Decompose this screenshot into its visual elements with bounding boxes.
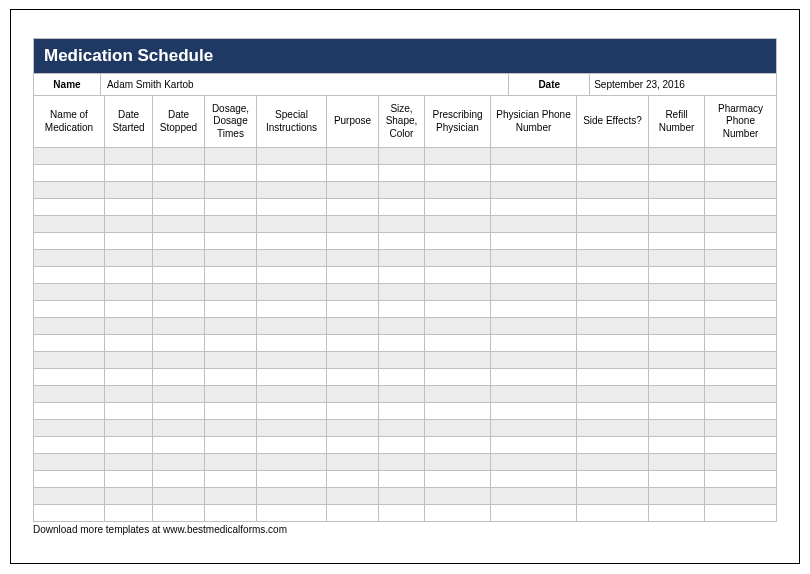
- table-cell: [705, 165, 777, 182]
- table-cell: [153, 437, 205, 454]
- table-cell: [205, 369, 257, 386]
- table-cell: [425, 182, 491, 199]
- table-row: [33, 403, 777, 420]
- table-cell: [491, 420, 577, 437]
- table-cell: [649, 233, 705, 250]
- table-cell: [379, 335, 425, 352]
- table-cell: [205, 250, 257, 267]
- table-cell: [33, 250, 105, 267]
- table-cell: [491, 233, 577, 250]
- table-cell: [257, 505, 327, 522]
- table-cell: [491, 454, 577, 471]
- table-cell: [153, 335, 205, 352]
- table-cell: [327, 182, 379, 199]
- table-cell: [491, 386, 577, 403]
- table-cell: [105, 488, 153, 505]
- table-cell: [33, 267, 105, 284]
- table-cell: [577, 199, 649, 216]
- table-cell: [205, 148, 257, 165]
- table-cell: [153, 267, 205, 284]
- table-cell: [257, 284, 327, 301]
- table-cell: [33, 216, 105, 233]
- table-row: [33, 386, 777, 403]
- table-cell: [205, 301, 257, 318]
- table-cell: [705, 335, 777, 352]
- table-cell: [491, 318, 577, 335]
- table-cell: [327, 454, 379, 471]
- table-cell: [257, 335, 327, 352]
- table-cell: [379, 369, 425, 386]
- table-cell: [257, 488, 327, 505]
- table-row: [33, 369, 777, 386]
- table-cell: [205, 420, 257, 437]
- table-cell: [491, 250, 577, 267]
- table-cell: [257, 403, 327, 420]
- table-cell: [649, 488, 705, 505]
- table-cell: [153, 199, 205, 216]
- table-row: [33, 233, 777, 250]
- table-cell: [649, 199, 705, 216]
- table-cell: [205, 488, 257, 505]
- table-cell: [257, 471, 327, 488]
- table-cell: [257, 454, 327, 471]
- table-cell: [327, 148, 379, 165]
- table-cell: [257, 216, 327, 233]
- table-cell: [649, 437, 705, 454]
- table-cell: [327, 284, 379, 301]
- table-cell: [491, 148, 577, 165]
- date-label: Date: [509, 74, 590, 96]
- table-cell: [705, 505, 777, 522]
- table-cell: [33, 182, 105, 199]
- table-cell: [577, 437, 649, 454]
- table-row: [33, 420, 777, 437]
- table-cell: [105, 301, 153, 318]
- column-headers: Name of Medication Date Started Date Sto…: [33, 96, 777, 148]
- table-cell: [705, 148, 777, 165]
- table-cell: [105, 437, 153, 454]
- col-header: Special Instructions: [257, 96, 327, 148]
- table-cell: [705, 216, 777, 233]
- table-cell: [105, 267, 153, 284]
- table-cell: [105, 386, 153, 403]
- table-cell: [491, 437, 577, 454]
- table-cell: [205, 267, 257, 284]
- table-cell: [577, 471, 649, 488]
- table-cell: [577, 165, 649, 182]
- table-cell: [705, 267, 777, 284]
- table-cell: [705, 386, 777, 403]
- table-cell: [105, 199, 153, 216]
- table-cell: [491, 267, 577, 284]
- table-cell: [327, 386, 379, 403]
- table-cell: [33, 352, 105, 369]
- table-cell: [705, 233, 777, 250]
- table-cell: [705, 199, 777, 216]
- table-cell: [577, 454, 649, 471]
- table-cell: [105, 454, 153, 471]
- title-bar: Medication Schedule: [33, 38, 777, 74]
- col-header: Date Started: [105, 96, 153, 148]
- table-cell: [105, 403, 153, 420]
- table-row: [33, 471, 777, 488]
- date-value: September 23, 2016: [590, 74, 777, 96]
- table-cell: [577, 182, 649, 199]
- table-cell: [33, 165, 105, 182]
- table-cell: [327, 233, 379, 250]
- table-cell: [153, 471, 205, 488]
- table-cell: [425, 284, 491, 301]
- table-cell: [153, 284, 205, 301]
- table-cell: [379, 182, 425, 199]
- table-cell: [205, 403, 257, 420]
- table-cell: [33, 454, 105, 471]
- table-cell: [379, 403, 425, 420]
- table-cell: [705, 420, 777, 437]
- table-cell: [33, 471, 105, 488]
- table-cell: [491, 403, 577, 420]
- table-cell: [153, 216, 205, 233]
- table-row: [33, 216, 777, 233]
- table-cell: [425, 216, 491, 233]
- table-cell: [425, 505, 491, 522]
- table-cell: [577, 403, 649, 420]
- name-label: Name: [33, 74, 101, 96]
- table-cell: [577, 420, 649, 437]
- table-cell: [425, 318, 491, 335]
